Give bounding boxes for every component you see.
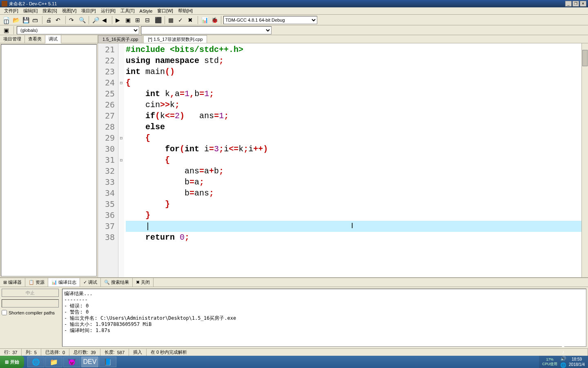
scope-select[interactable]: (globals) bbox=[17, 26, 139, 34]
code-line[interactable]: b=a; bbox=[126, 177, 588, 188]
fold-column[interactable]: ⊟⊟⊟ bbox=[118, 43, 124, 277]
status-selection: 已选择: 0 bbox=[41, 349, 69, 356]
toolbar-btn-10[interactable]: ▶ bbox=[114, 16, 123, 25]
shorten-paths-input[interactable] bbox=[2, 310, 7, 315]
toolbar-btn-2[interactable]: 💾 bbox=[21, 16, 30, 25]
tray-icon-3[interactable]: 🌐 bbox=[560, 362, 566, 368]
compiler-profile-select[interactable]: TDM-GCC 4.8.1 64-bit Debug bbox=[223, 16, 317, 24]
fold-marker[interactable]: ⊟ bbox=[118, 155, 124, 166]
output-tab-2[interactable]: 📊编译日志 bbox=[48, 278, 80, 287]
menu-窗口[W][interactable]: 窗口[W] bbox=[155, 8, 176, 14]
left-tab-1[interactable]: 查看类 bbox=[25, 35, 45, 43]
toolbar-btn-5[interactable]: ↶ bbox=[54, 16, 63, 25]
menu-工具[T][interactable]: 工具[T] bbox=[118, 8, 137, 14]
code-line[interactable]: b=ans; bbox=[126, 188, 588, 199]
toolbar-btn-19[interactable]: 🐞 bbox=[210, 16, 219, 25]
line-number: 29 bbox=[98, 132, 115, 144]
editor-tab-0[interactable]: 1.5_16买房子.cpp bbox=[98, 35, 143, 43]
fold-marker[interactable]: ⊟ bbox=[118, 77, 124, 88]
taskbar-app-4[interactable]: 📘 bbox=[99, 357, 116, 367]
abort-button[interactable]: 中止 bbox=[2, 289, 59, 297]
code-line[interactable]: { bbox=[126, 155, 588, 166]
taskbar-app-0[interactable]: 🌐 bbox=[27, 357, 45, 367]
toolbar-btn-14[interactable]: ⬛ bbox=[154, 16, 163, 25]
taskbar-app-1[interactable]: 📁 bbox=[45, 357, 62, 367]
menu-视图[V][interactable]: 视图[V] bbox=[60, 8, 79, 14]
toolbar-btn-12[interactable]: ⊞ bbox=[134, 16, 143, 25]
cpu-meter[interactable]: 17%CPU使用 bbox=[542, 357, 557, 367]
code-line[interactable]: int k,a=1,b=1; bbox=[126, 88, 588, 99]
toolbar-btn-16[interactable]: ✓ bbox=[177, 16, 186, 25]
output-tab-5[interactable]: ✖关闭 bbox=[133, 278, 154, 287]
output-tab-0[interactable]: ⊞编译器 bbox=[0, 278, 25, 287]
member-select[interactable] bbox=[141, 26, 272, 34]
code-line[interactable]: { bbox=[126, 77, 588, 88]
taskbar-items: 🌐📁😈DEV📘 bbox=[24, 356, 539, 368]
minimize-button[interactable]: _ bbox=[565, 1, 572, 7]
code-line[interactable]: } bbox=[126, 210, 588, 221]
menu-文件[F][interactable]: 文件[F] bbox=[2, 8, 21, 14]
taskbar-clock[interactable]: 18:592018/1/4 bbox=[569, 357, 585, 367]
code-line[interactable]: #include <bits/stdc++.h> bbox=[126, 44, 588, 55]
toolbar-btn-1[interactable]: 📂 bbox=[11, 16, 20, 25]
editor-body[interactable]: 212223242526272829303132333435363738 ⊟⊟⊟… bbox=[98, 43, 588, 277]
shorten-paths-checkbox[interactable]: Shorten compiler paths bbox=[2, 310, 59, 315]
code-line[interactable]: } bbox=[126, 199, 588, 210]
start-button[interactable]: ⊞ 开始 bbox=[0, 356, 24, 368]
output-tab-3[interactable]: ✓调试 bbox=[80, 278, 101, 287]
menu-编辑[E][interactable]: 编辑[E] bbox=[21, 8, 40, 14]
toolbar-btn-13[interactable]: ⊟ bbox=[144, 16, 153, 25]
toolbar-btn-8[interactable]: 🔎 bbox=[91, 16, 100, 25]
menu-搜索[S][interactable]: 搜索[S] bbox=[40, 8, 59, 14]
code-line[interactable]: return 0; bbox=[126, 232, 588, 243]
menu-AStyle[interactable]: AStyle bbox=[137, 9, 155, 13]
toolbar-icon: ▦ bbox=[168, 17, 175, 23]
output-tab-1[interactable]: 📋资源 bbox=[25, 278, 48, 287]
tray-icon-1[interactable]: ♪ bbox=[560, 349, 566, 355]
code-line[interactable]: | bbox=[126, 221, 588, 232]
taskbar-app-3[interactable]: DEV bbox=[81, 357, 98, 367]
code-line[interactable]: for(int i=3;i<=k;i++) bbox=[126, 144, 588, 155]
toolbar-btn-6[interactable]: ↷ bbox=[68, 16, 77, 25]
fold-marker bbox=[118, 210, 124, 221]
toolbar-btn-7[interactable]: 🔍 bbox=[78, 16, 87, 25]
toolbar-icon: ⬛ bbox=[155, 17, 161, 23]
code-line[interactable]: cin>>k; bbox=[126, 99, 588, 110]
code-line[interactable]: using namespace std; bbox=[126, 55, 588, 66]
tray-icon-0[interactable]: ▲ bbox=[560, 342, 566, 349]
toolbar-btn-4[interactable]: 🖨 bbox=[45, 16, 53, 25]
editor-tab-1[interactable]: [*] 1.5_17菲波那契数列.cpp bbox=[143, 35, 207, 43]
tab-icon: 📋 bbox=[29, 280, 34, 285]
tray-icon-2[interactable]: 🔊 bbox=[560, 355, 566, 362]
output-tab-4[interactable]: 🔍搜索结果 bbox=[101, 278, 133, 287]
left-tab-2[interactable]: 调试 bbox=[45, 35, 61, 43]
line-number-gutter: 212223242526272829303132333435363738 bbox=[98, 43, 118, 277]
menu-运行[R][interactable]: 运行[R] bbox=[98, 8, 118, 14]
toolbar-btn-3[interactable]: 🗃 bbox=[31, 16, 40, 25]
code-content[interactable]: #include <bits/stdc++.h>using namespace … bbox=[124, 43, 588, 277]
toolbar2-btn-1[interactable]: ▣ bbox=[2, 26, 11, 35]
code-line[interactable]: if(k<=2) ans=1; bbox=[126, 110, 588, 121]
code-line[interactable]: { bbox=[126, 132, 588, 144]
toolbar2-btn-0[interactable]: ◫ bbox=[2, 17, 11, 26]
maximize-button[interactable]: ❐ bbox=[572, 1, 579, 7]
code-line[interactable]: ans=a+b; bbox=[126, 166, 588, 177]
menu-帮助[H][interactable]: 帮助[H] bbox=[176, 8, 195, 14]
left-tab-0[interactable]: 项目管理 bbox=[0, 35, 25, 43]
menu-项目[P][interactable]: 项目[P] bbox=[79, 8, 98, 14]
scrollbar-thumb[interactable] bbox=[582, 50, 588, 66]
toolbar-btn-17[interactable]: ✖ bbox=[187, 16, 196, 25]
left-panel-content[interactable] bbox=[1, 44, 97, 276]
toolbar-btn-9[interactable]: ◀ bbox=[101, 16, 110, 25]
compile-output[interactable]: 编译结果... -------- - 错误: 0 - 警告: 0 - 输出文件名… bbox=[62, 289, 586, 347]
code-line[interactable]: int main() bbox=[126, 66, 588, 77]
vertical-scrollbar[interactable] bbox=[581, 43, 588, 277]
toolbar-btn-11[interactable]: ▣ bbox=[124, 16, 133, 25]
toolbar-btn-18[interactable]: 📊 bbox=[200, 16, 209, 25]
close-button[interactable]: ✕ bbox=[580, 1, 586, 7]
line-number: 22 bbox=[98, 55, 115, 66]
fold-marker[interactable]: ⊟ bbox=[118, 132, 124, 144]
code-line[interactable]: else bbox=[126, 121, 588, 132]
toolbar-btn-15[interactable]: ▦ bbox=[167, 16, 176, 25]
taskbar-app-2[interactable]: 😈 bbox=[63, 357, 80, 367]
